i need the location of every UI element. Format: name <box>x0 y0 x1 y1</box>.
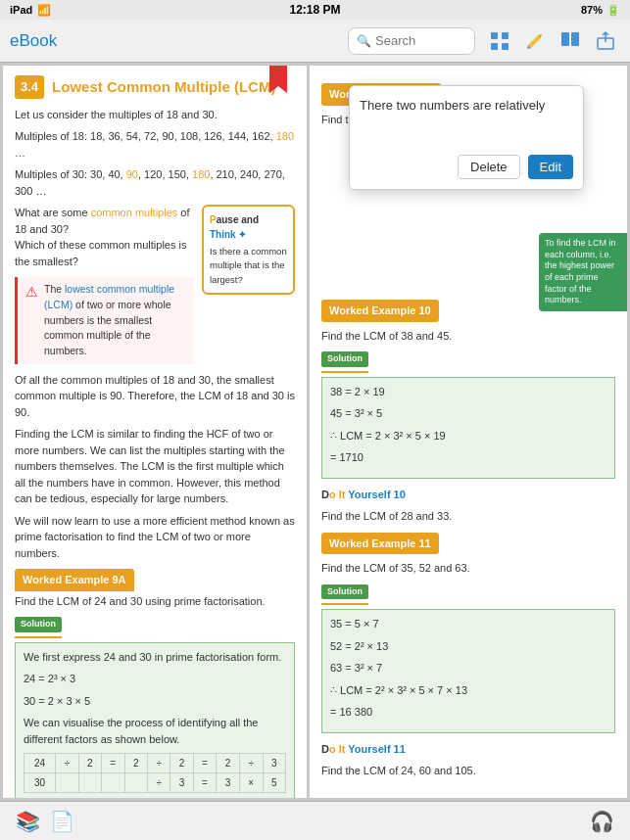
solution-9a-text3: 30 = 2 × 3 × 5 <box>24 693 286 710</box>
solution-10-text2: 45 = 3² × 5 <box>330 405 606 422</box>
search-input[interactable] <box>375 33 466 48</box>
pencil-icon[interactable] <box>520 26 550 56</box>
solution-9a-text1: We first express 24 and 30 in prime fact… <box>24 649 286 666</box>
toolbar-icons <box>485 26 620 56</box>
battery-icon: 🔋 <box>606 4 620 17</box>
delete-button[interactable]: Delete <box>458 155 520 179</box>
grid-icon[interactable] <box>485 26 514 56</box>
search-bar[interactable]: 🔍 <box>348 27 475 55</box>
solution-11-text5: = 16 380 <box>330 704 606 721</box>
do-label-11: D <box>321 743 329 755</box>
page-icon[interactable]: 📄 <box>50 810 74 833</box>
solution-11-text2: 52 = 2² × 13 <box>330 638 606 655</box>
status-bar: iPad 📶 12:18 PM 87% 🔋 <box>0 0 630 20</box>
svg-rect-3 <box>502 43 509 50</box>
svg-rect-5 <box>571 32 579 46</box>
svg-rect-0 <box>491 32 498 39</box>
do-label-10: D <box>321 489 329 500</box>
do-it-yourself-11: Do It Yourself 11 <box>321 741 615 758</box>
pause-think-box: Pause and Think ✦ Is there a common mult… <box>202 205 295 295</box>
worked-example-9a: Worked Example 9A Find the LCM of 24 and… <box>15 569 295 798</box>
solution-box-11: 35 = 5 × 7 52 = 2² × 13 63 = 3² × 7 ∴ LC… <box>321 609 615 733</box>
status-left: iPad 📶 <box>10 4 51 17</box>
worked-example-9a-header: Worked Example 9A <box>15 569 134 591</box>
book-icon[interactable] <box>556 26 585 56</box>
search-icon: 🔍 <box>357 34 371 48</box>
lcm-explanation-2: Finding the LCM is similar to finding th… <box>15 426 295 507</box>
warning-text: The lowest common multiple (LCM) of two … <box>44 282 186 359</box>
section-title: Lowest Common Multiple (LCM) <box>52 76 275 99</box>
wifi-icon: 📶 <box>37 4 51 17</box>
solution-label-11: Solution <box>321 584 368 600</box>
worked-example-10-header: Worked Example 10 <box>321 300 439 322</box>
section-number: 3.4 <box>15 75 44 99</box>
edit-button[interactable]: Edit <box>528 155 573 179</box>
warning-icon: ⚠ <box>25 282 38 303</box>
toolbar: eBook 🔍 <box>0 20 630 63</box>
battery-label: 87% <box>581 4 603 16</box>
device-label: iPad <box>10 4 32 16</box>
do-it-yourself-11-text: Find the LCM of 24, 60 and 105. <box>321 763 615 779</box>
app-title: eBook <box>10 31 57 51</box>
svg-rect-2 <box>491 43 498 50</box>
time-display: 12:18 PM <box>289 3 340 17</box>
solution-10-text1: 38 = 2 × 19 <box>330 384 606 400</box>
worked-10-desc: Find the LCM of 38 and 45. <box>321 328 615 345</box>
bottom-bar: 📚 📄 🎧 <box>0 801 630 840</box>
worked-11-desc: Find the LCM of 35, 52 and 63. <box>321 560 615 577</box>
solution-9a-text2: 24 = 2³ × 3 <box>24 671 286 687</box>
worked-example-11: Worked Example 11 Find the LCM of 35, 52… <box>321 533 615 733</box>
solution-11-text3: 63 = 3² × 7 <box>330 660 606 677</box>
annotation-buttons: Delete Edit <box>360 155 573 179</box>
annotation-popup: There two numbers are relatively Delete … <box>349 85 584 190</box>
solution-10-text4: = 1710 <box>330 449 606 466</box>
worked-example-10: Worked Example 10 Find the LCM of 38 and… <box>321 300 615 479</box>
svg-rect-4 <box>561 32 569 46</box>
lcm-explanation-3: We will now learn to use a more efficien… <box>15 513 295 562</box>
books-icon[interactable]: 📚 <box>16 810 40 833</box>
solution-9a-text4: We can visualise the process of identify… <box>24 715 286 747</box>
multiples-30: Multiples of 30: 30, 40, 90, 120, 150, 1… <box>15 166 295 199</box>
solution-box-10: 38 = 2 × 19 45 = 3² × 5 ∴ LCM = 2 × 3² ×… <box>321 377 615 479</box>
pause-think-title: Pause and Think ✦ <box>210 212 287 242</box>
solution-10-text3: ∴ LCM = 2 × 3² × 5 × 19 <box>330 428 606 444</box>
intro-text: Let us consider the multiples of 18 and … <box>15 107 295 123</box>
right-panel: There two numbers are relatively Delete … <box>310 66 627 798</box>
export-icon[interactable] <box>591 26 620 56</box>
bottom-left-icons: 📚 📄 <box>16 810 74 833</box>
headphone-icon[interactable]: 🎧 <box>590 810 614 833</box>
svg-rect-1 <box>502 32 509 39</box>
do-it-yourself-10-text: Find the LCM of 28 and 33. <box>321 508 615 525</box>
worked-9a-desc: Find the LCM of 24 and 30 using prime fa… <box>15 593 295 610</box>
solution-11-text4: ∴ LCM = 2² × 3² × 5 × 7 × 13 <box>330 682 606 699</box>
solution-box-9a: We first express 24 and 30 in prime fact… <box>15 642 295 798</box>
annotation-text: There two numbers are relatively <box>360 96 573 145</box>
worked-example-11-header: Worked Example 11 <box>321 533 439 555</box>
solution-11-text1: 35 = 5 × 7 <box>330 616 606 632</box>
content-area: 3.4 Lowest Common Multiple (LCM) Let us … <box>0 63 630 801</box>
math-diagram: 24÷2=2÷2=2÷3 30÷3=3×5 <box>24 753 286 793</box>
section-header: 3.4 Lowest Common Multiple (LCM) <box>15 75 295 99</box>
multiples-18: Multiples of 18: 18, 36, 54, 72, 90, 108… <box>15 128 295 161</box>
lcm-explanation-1: Of all the common multiples of 18 and 30… <box>15 372 295 421</box>
pause-think-text: Is there a common multiple that is the l… <box>210 245 287 287</box>
solution-label-10: Solution <box>321 351 368 367</box>
warning-box: ⚠ The lowest common multiple (LCM) of tw… <box>15 277 194 364</box>
status-right: 87% 🔋 <box>581 4 620 17</box>
left-panel: 3.4 Lowest Common Multiple (LCM) Let us … <box>3 66 307 798</box>
green-note-box: To find the LCM in each column, i.e. the… <box>539 233 627 311</box>
solution-label-9a: Solution <box>15 617 62 632</box>
do-it-yourself-10: Do It Yourself 10 <box>321 487 615 503</box>
